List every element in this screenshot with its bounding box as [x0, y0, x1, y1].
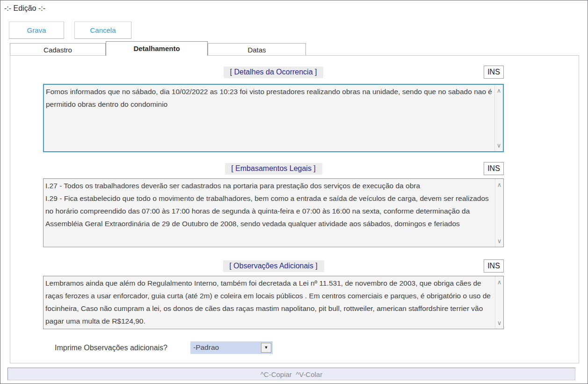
- imprime-observacoes-label: Imprime Observações adicionais?: [55, 344, 167, 352]
- insert-mode-indicator: INS: [484, 66, 504, 79]
- detalhes-ocorrencia-textarea[interactable]: Fomos informados que no sábado, dia 10/0…: [43, 84, 504, 152]
- scrollbar[interactable]: ∧ ∨: [495, 276, 503, 329]
- insert-mode-indicator: INS: [484, 259, 504, 273]
- scroll-up-icon[interactable]: ∧: [495, 182, 503, 188]
- save-button[interactable]: Grava: [9, 22, 64, 39]
- edicao-window: -:- Edição -:- Grava Cancela Cadastro De…: [0, 0, 588, 384]
- scrollbar[interactable]: ∧ ∨: [494, 85, 503, 151]
- status-bar: ^C-Copiar ^V-Colar: [7, 368, 575, 380]
- observacoes-adicionais-textarea[interactable]: Lembramos ainda que além do Regulalmento…: [43, 276, 504, 329]
- embasamentos-legais-label: [ Embasamentos Legais ]: [225, 163, 322, 175]
- scrollbar[interactable]: ∧ ∨: [495, 179, 503, 247]
- observacoes-adicionais-label: [ Observações Adicionais ]: [223, 260, 324, 272]
- observacoes-adicionais-header: [ Observações Adicionais ] INS: [43, 260, 504, 273]
- dropdown-arrow-icon[interactable]: ▼: [261, 343, 271, 353]
- scroll-down-icon[interactable]: ∨: [495, 238, 503, 244]
- cancel-button[interactable]: Cancela: [74, 22, 131, 39]
- tab-detalhamento[interactable]: Detalhamento: [106, 41, 208, 56]
- tab-datas[interactable]: Datas: [208, 43, 306, 55]
- insert-mode-indicator: INS: [484, 162, 504, 175]
- observacoes-adicionais-text: Lembramos ainda que além do Regulalmento…: [45, 277, 493, 328]
- scroll-down-icon[interactable]: ∨: [495, 142, 503, 148]
- scroll-up-icon[interactable]: ∧: [495, 88, 503, 94]
- embasamentos-legais-text: I.27 - Todos os trabalhadores deverão se…: [45, 179, 493, 246]
- detalhes-ocorrencia-label: [ Detalhes da Ocorrencia ]: [224, 66, 324, 78]
- imprime-observacoes-value: -Padrao: [193, 343, 219, 352]
- detalhes-ocorrencia-header: [ Detalhes da Ocorrencia ] INS: [43, 66, 504, 79]
- embasamentos-legais-textarea[interactable]: I.27 - Todos os trabalhadores deverão se…: [43, 178, 504, 247]
- scroll-up-icon[interactable]: ∧: [495, 279, 503, 285]
- embasamentos-legais-header: [ Embasamentos Legais ] INS: [43, 163, 504, 176]
- imprime-observacoes-select[interactable]: -Padrao ▼: [190, 341, 273, 354]
- scroll-down-icon[interactable]: ∨: [495, 320, 503, 326]
- window-title: -:- Edição -:-: [4, 4, 45, 13]
- tab-cadastro[interactable]: Cadastro: [10, 43, 106, 55]
- detalhamento-panel: [ Detalhes da Ocorrencia ] INS Fomos inf…: [10, 55, 579, 363]
- detalhes-ocorrencia-text: Fomos informados que no sábado, dia 10/0…: [46, 85, 493, 151]
